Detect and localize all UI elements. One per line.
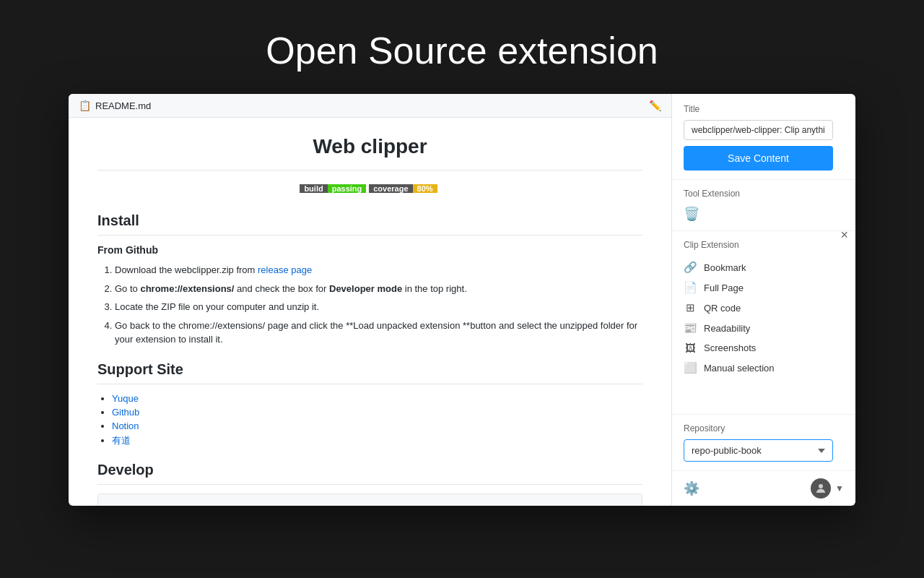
clip-option-readability-label: Readability [704,323,750,334]
ext-title-area: × Title Save Content [672,94,855,180]
clip-extension-section: Clip Extension 🔗 Bookmark 📄 Full Page ⊞ … [672,231,855,415]
readme-panel: 📋 README.md ✏️ Web clipper build passing… [69,94,671,506]
release-page-link[interactable]: release page [258,264,312,275]
code-line-1: $ git clone https://github.com/webclippe… [110,504,630,506]
clip-extension-label: Clip Extension [684,240,844,250]
readme-content: Web clipper build passing coverage 80% I… [69,118,671,506]
edit-icon[interactable]: ✏️ [649,100,661,111]
fullpage-icon: 📄 [684,281,697,294]
yuque-link[interactable]: Yuque [112,393,139,404]
clip-option-screenshots[interactable]: 🖼 Screenshots [684,338,844,358]
clip-option-readability[interactable]: 📰 Readability [684,318,844,338]
trash-icon[interactable]: 🗑️ [684,207,699,221]
build-badge-label: build [300,184,327,193]
step-4: Go back to the chrome://extensions/ page… [115,319,642,347]
manual-selection-icon: ⬜ [684,361,697,374]
develop-section-title: Develop [97,462,642,485]
support-links-list: Yuque Github Notion 有道 [97,393,642,447]
ext-footer: ⚙️ ▼ [672,471,855,506]
clip-option-screenshots-label: Screenshots [704,342,756,353]
bookmark-icon: 🔗 [684,261,697,274]
coverage-badge: coverage 80% [369,182,437,195]
readme-divider [97,170,642,171]
support-youdao: 有道 [112,434,642,447]
readme-header: 📋 README.md ✏️ [69,94,671,118]
support-section-title: Support Site [97,361,642,384]
build-badge-value: passing [328,184,367,193]
clip-option-qrcode[interactable]: ⊞ QR code [684,298,844,318]
readability-icon: 📰 [684,322,697,335]
clip-option-bookmark-label: Bookmark [704,262,746,273]
badges-row: build passing coverage 80% [97,182,642,195]
clip-option-bookmark[interactable]: 🔗 Bookmark [684,257,844,277]
readme-filename: README.md [95,100,151,111]
coverage-badge-value: 80% [413,184,437,193]
youdao-link[interactable]: 有道 [112,435,131,446]
clip-option-manual-selection-label: Manual selection [704,363,775,374]
avatar-area[interactable]: ▼ [811,478,844,499]
install-steps-list: Download the webclipper.zip from release… [97,263,642,347]
support-yuque: Yuque [112,393,642,404]
close-button[interactable]: × [840,228,848,243]
gear-icon[interactable]: ⚙️ [684,480,699,496]
support-github: Github [112,407,642,418]
tool-extension-section: Tool Extension 🗑️ [672,180,855,231]
code-block: $ git clone https://github.com/webclippe… [97,493,642,506]
from-github-title: From Github [97,244,642,256]
title-input[interactable] [684,120,833,140]
avatar [811,478,831,499]
chevron-down-icon: ▼ [835,483,844,493]
clip-option-manual-selection[interactable]: ⬜ Manual selection [684,358,844,378]
clip-option-qrcode-label: QR code [704,303,741,314]
screenshots-icon: 🖼 [684,342,697,354]
build-badge: build passing [300,182,366,195]
qrcode-icon: ⊞ [684,301,697,314]
notion-link[interactable]: Notion [112,420,139,431]
coverage-badge-label: coverage [369,184,412,193]
repository-section: Repository repo-public-book repo-private… [672,415,855,471]
extension-panel: × Title Save Content Tool Extension 🗑️ C… [671,94,855,506]
svg-point-0 [819,484,823,488]
repository-label: Repository [684,423,844,434]
main-container: 📋 README.md ✏️ Web clipper build passing… [69,94,855,506]
step-1: Download the webclipper.zip from release… [115,263,642,277]
github-link[interactable]: Github [112,407,139,418]
repository-select[interactable]: repo-public-book repo-private repo-notes [684,439,833,462]
install-section-title: Install [97,212,642,236]
title-label: Title [684,104,844,114]
file-icon: 📋 [79,100,91,111]
step-2: Go to chrome://extensions/ and check the… [115,282,642,296]
step-3: Locate the ZIP file on your computer and… [115,300,642,314]
support-notion: Notion [112,420,642,431]
readme-header-left: 📋 README.md [79,100,151,111]
clip-option-fullpage[interactable]: 📄 Full Page [684,277,844,298]
tool-extension-label: Tool Extension [684,189,844,199]
clip-option-fullpage-label: Full Page [704,282,744,293]
save-content-button[interactable]: Save Content [684,146,833,171]
page-title: Open Source extension [0,0,924,94]
readme-doc-title: Web clipper [97,135,642,158]
